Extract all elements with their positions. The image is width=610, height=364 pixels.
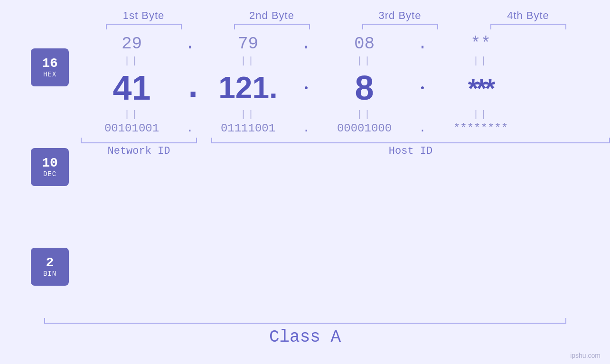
hex-dot3: . [415,34,430,54]
bin-b2: 01111001 [197,122,299,135]
bottom-brackets: Network ID Host ID [81,138,610,157]
dec-dot2: ● [299,84,313,92]
dec-b1: 41 [81,68,183,107]
dec-badge: 10 DEC [31,148,69,186]
hex-dot2: . [299,34,313,54]
bin-b4: ******** [430,122,532,135]
byte3-header: 3rd Byte [353,9,448,29]
hex-b4: ** [430,34,532,54]
byte1-header: 1st Byte [96,9,191,29]
watermark: ipshu.com [570,352,601,359]
hex-badge: 16 HEX [31,48,69,86]
equals-row-2: || || || || [81,109,610,120]
network-bracket-area: Network ID [81,138,197,157]
bin-b3: 00001000 [313,122,415,135]
host-bracket-area: Host ID [211,138,610,157]
host-id-label: Host ID [211,145,610,157]
bin-dot2: . [299,122,313,135]
eq1-b1: || [81,56,183,66]
bin-row: 00101001 . 01111001 . 00001000 . *******… [81,122,610,135]
dec-badge-number: 10 [42,156,58,171]
eq1-b4: || [430,56,532,66]
byte1-bracket-top [106,24,182,29]
dec-b3: 8 [313,68,415,107]
full-bracket [44,318,566,324]
network-id-label: Network ID [81,145,197,157]
hex-row: 29 . 79 . 08 . ** [81,34,610,54]
dec-row: 41 . 121. ● 8 ● *** [81,68,610,107]
eq2-b4: || [430,109,532,120]
bin-dot3: . [415,122,430,135]
badges-column: 16 HEX 10 DEC 2 BIN [19,34,81,314]
bin-badge-label: BIN [43,270,56,278]
dec-dot1: . [183,68,197,107]
eq2-b3: || [313,109,415,120]
main-container: 1st Byte 2nd Byte 3rd Byte 4th Byte 16 H… [0,0,610,364]
data-area: 29 . 79 . 08 . ** || [81,34,610,314]
dec-dot3: ● [415,84,430,92]
hex-b1: 29 [81,34,183,54]
class-label: Class A [0,327,610,347]
eq2-b2: || [197,109,299,120]
dec-b2: 121. [197,70,299,105]
content-area: 16 HEX 10 DEC 2 BIN 29 . [0,34,610,314]
byte3-bracket-top [362,24,438,29]
eq1-b2: || [197,56,299,66]
equals-row-1: || || || || [81,56,610,66]
byte2-header: 2nd Byte [225,9,319,29]
byte4-header: 4th Byte [481,9,576,29]
eq1-b3: || [313,56,415,66]
bin-dot1: . [183,122,197,135]
byte4-bracket-top [490,24,566,29]
hex-b2: 79 [197,34,299,54]
hex-badge-number: 16 [42,56,58,71]
hex-badge-label: HEX [43,71,56,78]
bin-b1: 00101001 [81,122,183,135]
hex-b3: 08 [313,34,415,54]
hex-dot1: . [183,34,197,54]
dec-b4: *** [430,73,532,103]
bin-badge: 2 BIN [31,248,69,286]
byte2-bracket-top [234,24,310,29]
dec-badge-label: DEC [43,170,56,178]
byte-headers: 1st Byte 2nd Byte 3rd Byte 4th Byte [80,9,592,29]
eq2-b1: || [81,109,183,120]
bin-badge-number: 2 [46,256,54,271]
